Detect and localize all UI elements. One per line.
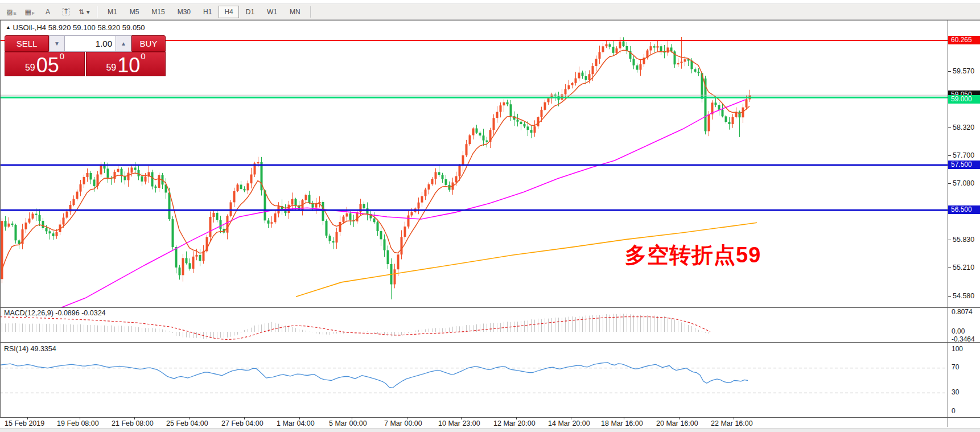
date-axis-label: 10 Mar 23:00 xyxy=(438,419,480,427)
cursor-mode-icon[interactable]: ⇅ ▾ xyxy=(76,6,92,18)
date-axis-tick xyxy=(679,417,680,419)
price-tick-label: 59.570 xyxy=(953,67,974,75)
price-tick-label: 54.580 xyxy=(953,292,974,300)
volume-increase-button[interactable]: ▲ xyxy=(116,35,131,52)
date-axis-tick xyxy=(244,417,245,419)
date-axis-tick xyxy=(134,417,135,419)
price-level-badge: 56.500 xyxy=(948,205,980,214)
date-axis-divider xyxy=(0,417,980,418)
timeframe-button-h1[interactable]: H1 xyxy=(197,6,217,18)
date-axis-tick xyxy=(189,417,190,419)
date-axis-tick xyxy=(516,417,517,419)
date-axis-label: 14 Mar 20:00 xyxy=(548,419,590,427)
price-tick-label: 55.830 xyxy=(953,236,974,244)
sell-button[interactable]: SELL xyxy=(5,35,49,52)
price-level-badge: 60.265 xyxy=(948,36,980,44)
macd-axis-label: 0.8074 xyxy=(952,308,973,316)
volume-input[interactable] xyxy=(65,35,116,52)
date-axis-tick xyxy=(352,417,352,419)
chart-text-annotation[interactable]: 多空转折点59 xyxy=(625,241,761,270)
sell-price-pips: 05 xyxy=(36,57,59,74)
price-tick-label: 57.080 xyxy=(953,179,974,187)
date-axis-label: 25 Feb 04:00 xyxy=(166,419,208,427)
rsi-axis-label: 100 xyxy=(952,345,963,353)
rsi-axis-label: 0 xyxy=(952,407,956,415)
buy-price-handle: 59 xyxy=(106,63,116,73)
label-tool-icon[interactable]: T xyxy=(58,6,74,18)
symbol-name: USOil-,H4 xyxy=(13,23,47,32)
macd-axis-label: 0.00 xyxy=(952,327,965,335)
macd-panel[interactable] xyxy=(0,308,948,342)
rsi-axis-label: 30 xyxy=(952,388,959,396)
price-tick-label: 57.700 xyxy=(953,151,974,159)
date-axis-tick xyxy=(27,417,28,419)
buy-price-pips: 10 xyxy=(117,57,140,74)
date-axis-label: 7 Mar 00:00 xyxy=(384,419,422,427)
price-axis-line xyxy=(948,20,948,427)
timeframe-button-m15[interactable]: M15 xyxy=(146,6,170,18)
one-click-trade-widget: SELL ▼ ▲ BUY 59 05 0 59 10 0 xyxy=(5,35,166,76)
timeframe-button-h4[interactable]: H4 xyxy=(219,6,238,18)
date-axis-label: 27 Feb 04:00 xyxy=(221,419,263,427)
rsi-indicator-label: RSI(14) 49.3354 xyxy=(4,345,56,353)
chart-title: ▲ USOil-,H4 58.920 59.100 58.920 59.050 xyxy=(6,23,145,32)
timeframe-button-mn[interactable]: MN xyxy=(284,6,306,18)
date-axis-label: 20 Mar 16:00 xyxy=(656,419,698,427)
date-axis-tick xyxy=(734,417,734,419)
text-annotation-icon[interactable]: A xyxy=(40,6,56,18)
date-axis-tick xyxy=(299,417,300,419)
date-axis-label: 18 Mar 16:00 xyxy=(601,419,643,427)
timeframe-button-m1[interactable]: M1 xyxy=(102,6,123,18)
volume-decrease-button[interactable]: ▼ xyxy=(49,35,65,52)
date-axis-label: 19 Feb 08:00 xyxy=(57,419,99,427)
bottom-scroll-strip[interactable] xyxy=(0,428,980,432)
rsi-divider xyxy=(0,342,980,343)
buy-price-point: 0 xyxy=(141,51,145,61)
date-axis-tick xyxy=(571,417,571,419)
trading-platform-window: { "toolbar": { "icons": [ {"name": "indi… xyxy=(0,0,980,432)
sell-price-display[interactable]: 59 05 0 xyxy=(5,52,85,76)
date-axis-label: 21 Feb 08:00 xyxy=(112,419,154,427)
date-axis-label: 5 Mar 00:00 xyxy=(329,419,367,427)
chart-left-border xyxy=(0,20,1,417)
date-axis-tick xyxy=(624,417,624,419)
grid-icon[interactable]: ▦F xyxy=(22,6,38,18)
date-axis-label: 1 Mar 04:00 xyxy=(277,419,315,427)
window-top-strip xyxy=(0,0,980,4)
price-level-badge: 57.500 xyxy=(948,161,980,169)
macd-axis-label: -0.3464 xyxy=(952,335,975,343)
buy-price-display[interactable]: 59 10 0 xyxy=(86,52,166,76)
rsi-axis-label: 70 xyxy=(952,363,959,371)
sell-price-handle: 59 xyxy=(25,63,35,73)
price-level-badge: 59.000 xyxy=(948,95,980,104)
timeframe-button-d1[interactable]: D1 xyxy=(240,6,260,18)
macd-indicator-label: MACD(12,26,9) -0.0896 -0.0324 xyxy=(4,309,106,317)
buy-button[interactable]: BUY xyxy=(131,35,166,52)
symbol-ohlc-values: 58.920 59.100 58.920 59.050 xyxy=(48,23,145,32)
sell-price-point: 0 xyxy=(60,51,64,61)
date-axis-label: 15 Feb 2019 xyxy=(5,419,44,427)
timeframe-button-m30[interactable]: M30 xyxy=(172,6,196,18)
macd-divider xyxy=(0,307,980,308)
price-tick-label: 58.320 xyxy=(953,124,974,131)
main-toolbar: ▨E▦FAT⇅ ▾ M1M5M15M30H1H4D1W1MN xyxy=(0,4,980,20)
collapse-arrow-icon[interactable]: ▲ xyxy=(6,24,11,30)
date-axis-tick xyxy=(80,417,80,419)
chart-top-border xyxy=(0,20,980,20)
price-tick-label: 55.210 xyxy=(953,264,974,271)
rsi-panel[interactable] xyxy=(0,343,948,417)
timeframe-button-m5[interactable]: M5 xyxy=(124,6,145,18)
date-axis-tick xyxy=(407,417,407,419)
date-axis-label: 22 Mar 16:00 xyxy=(711,419,753,427)
toolbar-separator xyxy=(310,6,311,18)
date-axis-tick xyxy=(461,417,462,419)
date-axis-label: 12 Mar 20:00 xyxy=(493,419,536,427)
toolbar-separator xyxy=(97,6,98,18)
timeframe-button-w1[interactable]: W1 xyxy=(261,6,283,18)
indicators-icon[interactable]: ▨E xyxy=(3,6,19,18)
